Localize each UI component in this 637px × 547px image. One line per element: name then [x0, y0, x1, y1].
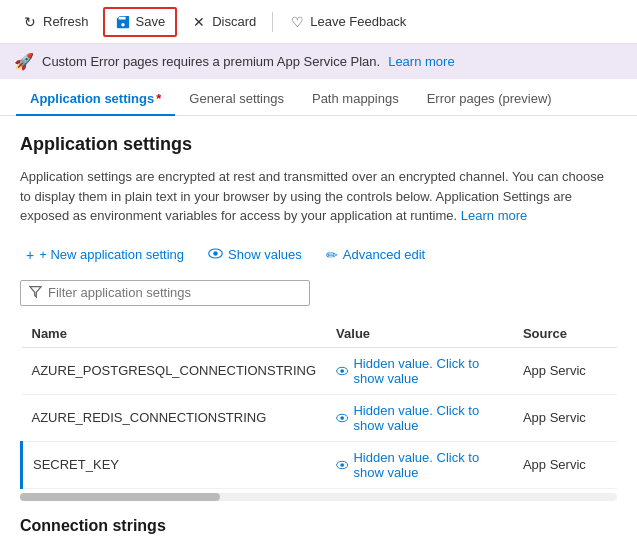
banner-text: Custom Error pages requires a premium Ap… [42, 54, 380, 69]
setting-name-cell: SECRET_KEY [22, 441, 327, 488]
banner-learn-more-link[interactable]: Learn more [388, 54, 454, 69]
edit-icon: ✏ [326, 247, 338, 263]
tab-application-settings[interactable]: Application settings* [16, 81, 175, 116]
setting-source-cell: App Servic [513, 441, 617, 488]
svg-point-6 [340, 416, 344, 420]
filter-row [20, 280, 617, 306]
rocket-icon: 🚀 [14, 52, 34, 71]
advanced-edit-button[interactable]: ✏ Advanced edit [320, 243, 431, 267]
discard-icon: ✕ [191, 14, 207, 30]
col-header-source: Source [513, 320, 617, 348]
main-content: Application settings Application setting… [0, 116, 637, 543]
discard-label: Discard [212, 14, 256, 29]
table-row[interactable]: AZURE_REDIS_CONNECTIONSTRING Hidden valu… [22, 394, 618, 441]
feedback-button[interactable]: ♡ Leave Feedback [279, 9, 416, 35]
action-row: + + New application setting Show values … [20, 242, 617, 268]
scroll-thumb [20, 493, 220, 501]
col-header-value: Value [326, 320, 513, 348]
svg-point-8 [340, 463, 344, 467]
eye-icon [336, 459, 348, 471]
show-values-icon [208, 246, 223, 264]
section-title: Application settings [20, 134, 617, 155]
feedback-icon: ♡ [289, 14, 305, 30]
setting-value-cell[interactable]: Hidden value. Click to show value [326, 347, 513, 394]
advanced-edit-label: Advanced edit [343, 247, 425, 262]
feedback-label: Leave Feedback [310, 14, 406, 29]
tab-app-settings-label: Application settings [30, 91, 154, 106]
eye-icon [336, 412, 348, 424]
setting-value-cell[interactable]: Hidden value. Click to show value [326, 394, 513, 441]
svg-point-1 [213, 251, 218, 256]
eye-icon [336, 365, 348, 377]
plus-icon: + [26, 247, 34, 263]
tab-error-label: Error pages (preview) [427, 91, 552, 106]
setting-source-cell: App Servic [513, 347, 617, 394]
horizontal-scrollbar[interactable] [20, 493, 617, 501]
filter-input-wrap [20, 280, 310, 306]
new-app-setting-button[interactable]: + + New application setting [20, 243, 190, 267]
table-row[interactable]: SECRET_KEY Hidden value. Click to show v… [22, 441, 618, 488]
setting-name-cell: AZURE_REDIS_CONNECTIONSTRING [22, 394, 327, 441]
refresh-label: Refresh [43, 14, 89, 29]
save-label: Save [136, 14, 166, 29]
toolbar-divider [272, 12, 273, 32]
tab-path-mappings[interactable]: Path mappings [298, 81, 413, 116]
refresh-button[interactable]: ↻ Refresh [12, 9, 99, 35]
filter-input[interactable] [48, 285, 301, 300]
refresh-icon: ↻ [22, 14, 38, 30]
table-header-row: Name Value Source [22, 320, 618, 348]
filter-icon [29, 285, 42, 301]
info-banner: 🚀 Custom Error pages requires a premium … [0, 44, 637, 79]
col-header-name: Name [22, 320, 327, 348]
svg-point-4 [340, 369, 344, 373]
tab-general-settings[interactable]: General settings [175, 81, 298, 116]
discard-button[interactable]: ✕ Discard [181, 9, 266, 35]
tab-error-pages[interactable]: Error pages (preview) [413, 81, 566, 116]
show-values-label: Show values [228, 247, 302, 262]
setting-value-cell[interactable]: Hidden value. Click to show value [326, 441, 513, 488]
toolbar: ↻ Refresh Save ✕ Discard ♡ Leave Feedbac… [0, 0, 637, 44]
connection-strings-title: Connection strings [20, 509, 617, 539]
tab-general-label: General settings [189, 91, 284, 106]
setting-name-cell: AZURE_POSTGRESQL_CONNECTIONSTRING [22, 347, 327, 394]
description-learn-more-link[interactable]: Learn more [461, 208, 527, 223]
tabs: Application settings* General settings P… [0, 81, 637, 116]
table-row[interactable]: AZURE_POSTGRESQL_CONNECTIONSTRING Hidden… [22, 347, 618, 394]
description: Application settings are encrypted at re… [20, 167, 617, 226]
save-icon [115, 14, 131, 30]
setting-source-cell: App Servic [513, 394, 617, 441]
show-values-button[interactable]: Show values [202, 242, 308, 268]
new-setting-label: + New application setting [39, 247, 184, 262]
tab-path-label: Path mappings [312, 91, 399, 106]
svg-marker-2 [30, 286, 41, 297]
required-star: * [156, 91, 161, 106]
settings-table: Name Value Source AZURE_POSTGRESQL_CONNE… [20, 320, 617, 489]
save-button[interactable]: Save [103, 7, 178, 37]
